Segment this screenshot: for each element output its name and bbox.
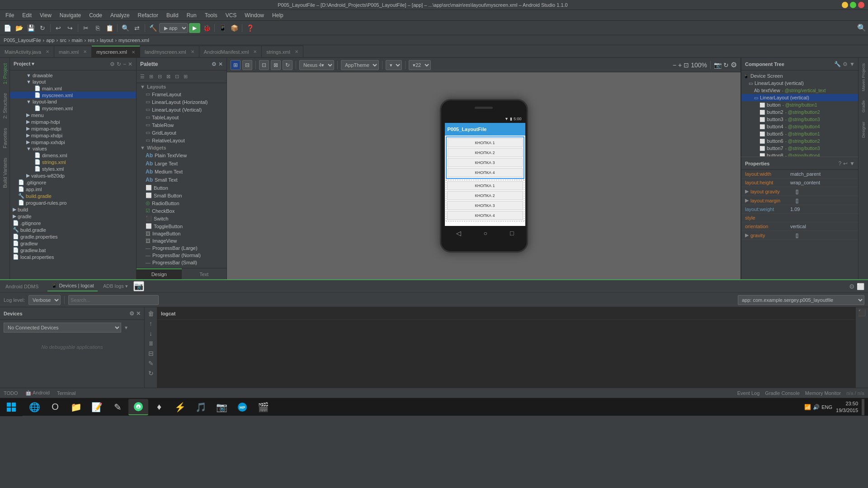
palette-item-relativelayout[interactable]: ▭ RelativeLayout xyxy=(137,136,226,144)
toolbar-copy[interactable]: ⎘ xyxy=(92,23,103,33)
tree-item[interactable]: ▼ layout xyxy=(10,79,136,85)
sidebar-settings-icon[interactable]: ⚙ xyxy=(110,61,115,67)
tree-item[interactable]: 📄 main.xml xyxy=(10,85,136,92)
toolbar-debug[interactable]: 🐞 xyxy=(201,23,212,33)
palette-item-smalltext[interactable]: Ab Small Text xyxy=(137,176,226,184)
palette-item-radiobutton[interactable]: ◎ RadioButton xyxy=(137,199,226,207)
tab-myscreen[interactable]: myscreen.xml ✕ xyxy=(92,46,140,57)
menu-run[interactable]: Run xyxy=(183,11,200,19)
toolbar-replace[interactable]: ⇄ xyxy=(132,23,142,33)
show-desktop-btn[interactable] xyxy=(862,399,864,415)
phone-button-2[interactable]: КНОПКА 2 xyxy=(448,148,523,157)
adb-dropdown-icon[interactable]: ▾ xyxy=(125,283,128,289)
taskbar-app8[interactable]: ⚡ xyxy=(170,399,190,415)
phone-button-3[interactable]: КНОПКА 3 xyxy=(448,158,523,167)
tab-mainactivity-close[interactable]: ✕ xyxy=(46,49,49,54)
canvas-theme-select[interactable]: AppTheme xyxy=(341,60,379,70)
logcat-app-select[interactable]: app: com.example.sergey.p005_layoutfile xyxy=(738,295,864,305)
ct-button5[interactable]: ⬜ button5 - @string/button1 xyxy=(741,130,859,137)
canvas-refresh2-btn[interactable]: ↻ xyxy=(723,61,729,69)
palette-grid3-btn[interactable]: ⊠ xyxy=(165,73,172,80)
toolbar-build[interactable]: 🔨 xyxy=(147,23,158,33)
menu-code[interactable]: Code xyxy=(85,11,106,19)
prop-style[interactable]: style xyxy=(741,214,859,222)
tab-androidmanifest-close[interactable]: ✕ xyxy=(253,49,257,54)
taskbar-files[interactable]: 📁 xyxy=(66,399,86,415)
toolbar-module-select[interactable]: ▶ app xyxy=(159,23,188,33)
palette-item-framelayout[interactable]: ▭ FrameLayout xyxy=(137,90,226,98)
breadcrumb-file[interactable]: myscreen.xml xyxy=(118,38,149,43)
logcat-filter-btn[interactable]: ⊟ xyxy=(146,349,156,358)
toolbar-find[interactable]: 🔍 xyxy=(120,23,131,33)
toolbar-redo[interactable]: ↪ xyxy=(65,23,75,33)
props-undo-icon[interactable]: ↩ xyxy=(843,160,848,167)
toolbar-avd[interactable]: 📱 xyxy=(217,23,228,33)
phone-button-5[interactable]: КНОПКА 1 xyxy=(447,181,523,190)
toolbar-paste[interactable]: 📋 xyxy=(104,23,115,33)
tree-item[interactable]: 📄 local.properties xyxy=(10,253,136,260)
tree-item[interactable]: 📄 gradlew xyxy=(10,240,136,247)
menu-view[interactable]: View xyxy=(36,11,55,19)
canvas-margin-btn[interactable]: ⊠ xyxy=(271,60,281,70)
breadcrumb-layout[interactable]: layout xyxy=(100,38,113,43)
menu-vcs[interactable]: VCS xyxy=(222,11,241,19)
tree-item[interactable]: 📄 gradlew.bat xyxy=(10,247,136,253)
tree-item[interactable]: 📄 proguard-rules.pro xyxy=(10,199,136,206)
devices-settings-icon[interactable]: ⚙ xyxy=(129,310,134,317)
tree-item[interactable]: ▼ layout-land xyxy=(10,99,136,105)
tree-item[interactable]: 📄 .gitignore xyxy=(10,220,136,226)
devices-dropdown-arrow[interactable]: ▾ xyxy=(125,324,127,331)
palette-item-progressbar-normal[interactable]: — ProgressBar (Normal) xyxy=(137,252,226,259)
logcat-scroll-up-btn[interactable]: ↑ xyxy=(146,319,156,328)
tab-landmyscreen[interactable]: land/myscreen.xml ✕ xyxy=(140,46,199,57)
status-android[interactable]: 🤖 Android xyxy=(25,390,50,396)
selected-layout[interactable]: КНОПКА 1 КНОПКА 2 КНОПКА 3 КНОПКА 4 xyxy=(446,136,524,179)
props-filter-icon[interactable]: ▼ xyxy=(849,160,855,167)
palette-grid2-btn[interactable]: ⊟ xyxy=(156,73,164,80)
breadcrumb-app[interactable]: app xyxy=(46,38,54,43)
status-memory-monitor[interactable]: Memory Monitor xyxy=(805,390,841,396)
tree-item[interactable]: ▶ values-w820dp xyxy=(10,172,136,179)
breadcrumb-res[interactable]: res xyxy=(88,38,94,43)
tree-item[interactable]: ▶ mipmap-mdpi xyxy=(10,125,136,132)
palette-item-checkbox[interactable]: ☑ CheckBox xyxy=(137,207,226,215)
ct-search-icon[interactable]: 🔧 xyxy=(834,61,841,67)
taskbar-opera[interactable]: O xyxy=(45,399,65,415)
logcat-expand-icon[interactable]: ⬛ xyxy=(858,309,866,316)
ct-button2[interactable]: ⬜ button2 - @string/button2 xyxy=(741,108,859,116)
tab-devices-logcat[interactable]: 📱 Devices | logcat xyxy=(47,281,98,291)
phone-button-6[interactable]: КНОПКА 2 xyxy=(447,191,523,200)
left-icon-build[interactable]: Build Variants xyxy=(1,154,9,192)
taskbar-app9[interactable]: 🎵 xyxy=(191,399,211,415)
ct-button7[interactable]: ⬜ button7 - @string/button3 xyxy=(741,145,859,152)
ct-button3[interactable]: ⬜ button3 - @string/button3 xyxy=(741,116,859,123)
palette-grid-btn[interactable]: ⊞ xyxy=(147,73,155,80)
menu-edit[interactable]: Edit xyxy=(19,11,35,19)
palette-grid4-btn[interactable]: ⊡ xyxy=(173,73,181,80)
tree-item[interactable]: 📄 styles.xml xyxy=(10,165,136,172)
maximize-button[interactable] xyxy=(850,2,856,8)
expand-icon[interactable]: ▶ xyxy=(745,197,749,203)
tab-adb-logs[interactable]: ADB logs ▾ xyxy=(99,282,132,291)
palette-item-linearlayout-h[interactable]: ▭ LinearLayout (Horizontal) xyxy=(137,98,226,106)
palette-item-progressbar-large[interactable]: — ProgressBar (Large) xyxy=(137,244,226,252)
prop-layout-margin[interactable]: ▶ layout:margin [] xyxy=(741,196,859,205)
props-help-icon[interactable]: ? xyxy=(838,160,841,167)
ct-device-screen[interactable]: 📱 Device Screen xyxy=(741,72,859,80)
expand-icon[interactable]: ▶ xyxy=(745,188,749,194)
bottom-screenshot-btn[interactable]: 📷 xyxy=(133,281,144,291)
palette-item-button[interactable]: ⬜ Button xyxy=(137,184,226,192)
palette-item-gridlayout[interactable]: ▭ GridLayout xyxy=(137,129,226,136)
status-todo[interactable]: TODO xyxy=(4,390,18,396)
ct-button1[interactable]: ⬜ button - @string/button1 xyxy=(741,101,859,108)
tree-item[interactable]: ▶ mipmap-hdpi xyxy=(10,118,136,125)
tab-androidmanifest[interactable]: AndroidManifest.xml ✕ xyxy=(199,46,262,57)
tree-item[interactable]: ▼ drawable xyxy=(10,72,136,79)
logcat-pause-btn[interactable]: ⏸ xyxy=(146,339,156,348)
phone-button-7[interactable]: КНОПКА 3 xyxy=(447,201,523,210)
taskbar-editor[interactable]: ✎ xyxy=(108,399,127,415)
palette-item-largetext[interactable]: Ab Large Text xyxy=(137,160,226,168)
prop-gravity[interactable]: ▶ gravity [] xyxy=(741,231,859,240)
menu-navigate[interactable]: Navigate xyxy=(56,11,85,19)
prop-layout-width[interactable]: layout:width match_parent xyxy=(741,170,859,178)
